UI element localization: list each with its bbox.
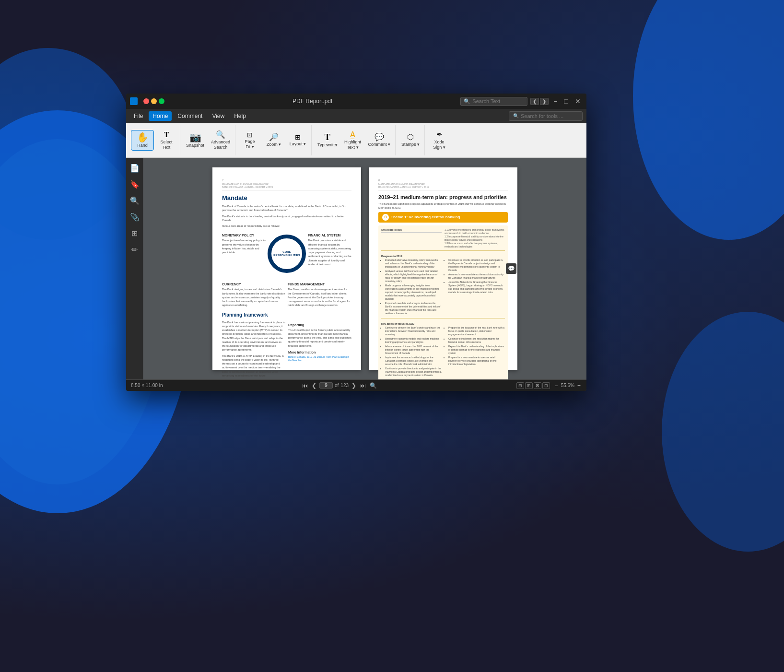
- window-close-btn[interactable]: ✕: [573, 97, 583, 105]
- progress-2019-label: Progress in 2019: [381, 255, 505, 258]
- maximize-btn[interactable]: [159, 98, 164, 104]
- zoom-level-text: 55.6%: [561, 383, 574, 388]
- page-last-btn[interactable]: ⏭: [359, 382, 367, 389]
- search-prev-btn[interactable]: ❮: [530, 98, 539, 105]
- tool-hand-btn[interactable]: ✋ Hand: [131, 130, 154, 151]
- menu-comment[interactable]: Comment: [174, 111, 206, 121]
- sidebar-layers-btn[interactable]: ⊞: [128, 226, 142, 240]
- minimize-btn[interactable]: [151, 98, 157, 104]
- menu-bar: File Home Comment View Help 🔍: [126, 109, 586, 123]
- p2019-l1: Evaluated alternative monetary policy fr…: [385, 259, 442, 269]
- sidebar-search-btn[interactable]: 🔍: [128, 193, 142, 208]
- current-page-input[interactable]: [319, 382, 333, 389]
- single-page-btn[interactable]: ⊟: [516, 382, 524, 389]
- highlight-icon: A̲: [350, 131, 355, 139]
- page-total-text: of: [335, 383, 339, 388]
- theme-banner: ⊙ Theme 1: Reinventing central banking: [378, 212, 508, 223]
- f2020-r2: Continue to implement the resolution reg…: [448, 337, 505, 344]
- xodo-sign-icon: ✒: [436, 131, 443, 139]
- tool-highlight-btn[interactable]: A̲ HighlightText ▾: [341, 129, 364, 152]
- total-pages-text: 123: [340, 383, 349, 388]
- zoom-in-btn[interactable]: +: [576, 382, 582, 389]
- tool-stamps-btn[interactable]: ⬡ Stamps ▾: [398, 131, 422, 149]
- menu-search-input[interactable]: [521, 113, 578, 119]
- menu-search-box[interactable]: 🔍: [509, 111, 583, 121]
- svg-point-2: [633, 0, 784, 240]
- search-nav-arrows: ❮ ❯: [530, 98, 549, 105]
- right-panel-toggle-btn[interactable]: 💬: [506, 263, 516, 274]
- planning-text2: The Bank's 2019-21 MTP, Leading in the N…: [222, 354, 285, 378]
- sidebar-pages-btn[interactable]: 📄: [128, 161, 142, 175]
- reporting-title: Reporting: [288, 323, 351, 327]
- zoom-out-btn[interactable]: −: [554, 382, 559, 389]
- double-page-btn[interactable]: ⊞: [525, 382, 533, 389]
- sidebar-signatures-btn[interactable]: ✏: [128, 242, 142, 257]
- currency-title: CURRENCY: [222, 283, 286, 286]
- page-size-text: 8.50 × 11.00 in: [131, 383, 163, 388]
- svg-point-1: [0, 48, 134, 240]
- page-8-header: MANDATE AND PLANNING FRAMEWORK BANK OF C…: [378, 183, 508, 190]
- progress-2019-left: Evaluated alternative monetary policy fr…: [381, 259, 442, 316]
- window-title: PDF Report.pdf: [164, 98, 460, 105]
- menu-help[interactable]: Help: [230, 111, 250, 121]
- sidebar-bookmarks-btn[interactable]: 🔖: [128, 177, 142, 191]
- app-window: PDF Report.pdf 🔍 ❮ ❯ − □ ✕ File Home Com…: [126, 94, 586, 391]
- search-text-input[interactable]: [472, 98, 520, 104]
- window-minimize-btn[interactable]: −: [551, 97, 559, 105]
- menu-file[interactable]: File: [130, 111, 147, 121]
- more-info-title: More information: [288, 351, 351, 354]
- page-8-number: 8: [378, 179, 508, 182]
- window-maximize-btn[interactable]: □: [562, 97, 570, 105]
- page-prev-btn[interactable]: ❮: [311, 382, 317, 389]
- sidebar-attachments-btn[interactable]: 📎: [128, 210, 142, 224]
- window-controls: [143, 98, 164, 104]
- menu-view[interactable]: View: [208, 111, 228, 121]
- pdf-viewer[interactable]: 7 MANDATE AND PLANNING FRAMEWORK BANK OF…: [143, 158, 586, 379]
- left-sidebar: 📄 🔖 🔍 📎 ⊞ ✏: [126, 158, 143, 379]
- search-next-btn[interactable]: ❯: [540, 98, 549, 105]
- app-icon: [130, 97, 138, 105]
- f2020-r1: Prepare for the issuance of the next ban…: [448, 326, 505, 336]
- tool-snapshot-btn[interactable]: 📷 Snapshot: [183, 130, 207, 150]
- tool-layout-btn[interactable]: ⊞ Layout ▾: [286, 132, 309, 149]
- scroll-btn[interactable]: ⊠: [534, 382, 541, 389]
- strategic-goals-header: Strategic goals: [381, 228, 442, 233]
- theme-content: Strategic goals 1.1 Advance the frontier…: [378, 225, 508, 380]
- tool-highlight-label: HighlightText ▾: [344, 140, 361, 150]
- tool-zoom-btn[interactable]: 🔎 Zoom ▾: [262, 131, 285, 149]
- tool-select-text-btn[interactable]: T SelectText: [155, 129, 178, 152]
- title-search-box[interactable]: 🔍: [460, 97, 527, 106]
- page-first-btn[interactable]: ⏮: [301, 382, 309, 389]
- page8-intro: The Bank made significant progress again…: [378, 202, 508, 210]
- tool-group-sign: ✒ XodoSign ▾: [426, 125, 453, 155]
- mandate-text1: The Bank of Canada is the nation's centr…: [222, 204, 351, 212]
- theme-icon: ⊙: [382, 214, 389, 221]
- tool-page-fit-label: PageFit ▾: [245, 139, 255, 150]
- tool-layout-label: Layout ▾: [290, 141, 306, 147]
- monetary-policy-text: The objective of monetary policy is to p…: [222, 238, 266, 254]
- core-circle: CORE RESPONSIBILITIES: [268, 235, 306, 273]
- view-mode-buttons: ⊟ ⊞ ⊠ ⊡: [516, 382, 550, 389]
- tool-advanced-search-btn[interactable]: 🔍 AdvancedSearch: [208, 129, 233, 152]
- page-next-btn[interactable]: ❯: [351, 382, 357, 389]
- tool-page-fit-btn[interactable]: ⊡ PageFit ▾: [238, 130, 261, 152]
- close-btn[interactable]: [143, 98, 149, 104]
- mandate-text2: The Bank's vision is to be a leading cen…: [222, 214, 351, 223]
- svg-point-3: [662, 312, 784, 552]
- p2019-r1: Continued to provide direction to, and p…: [448, 259, 505, 272]
- tool-xodo-sign-btn[interactable]: ✒ XodoSign ▾: [428, 129, 451, 152]
- stamps-icon: ⬡: [407, 133, 414, 141]
- tool-comment-btn[interactable]: 💬 Comment ▾: [365, 131, 394, 149]
- search-icon: 🔍: [464, 98, 470, 105]
- search-icon-btn[interactable]: 🔍: [369, 382, 378, 389]
- tool-select-text-label: SelectText: [160, 140, 172, 150]
- fit-btn[interactable]: ⊡: [542, 382, 550, 389]
- title-bar-left: [130, 97, 164, 105]
- f2020-r3: Expand the Bank's understanding of the i…: [448, 345, 505, 355]
- progress-2019-right: Continued to provide direction to, and p…: [445, 259, 505, 316]
- menu-home[interactable]: Home: [149, 111, 172, 121]
- page-7-header: MANDATE AND PLANNING FRAMEWORK BANK OF C…: [222, 183, 351, 190]
- tool-typewriter-btn[interactable]: T Typewriter: [315, 131, 340, 150]
- main-area: 📄 🔖 🔍 📎 ⊞ ✏ 7 MANDATE AND PLANNING FRAME…: [126, 158, 586, 379]
- typewriter-icon: T: [325, 133, 330, 141]
